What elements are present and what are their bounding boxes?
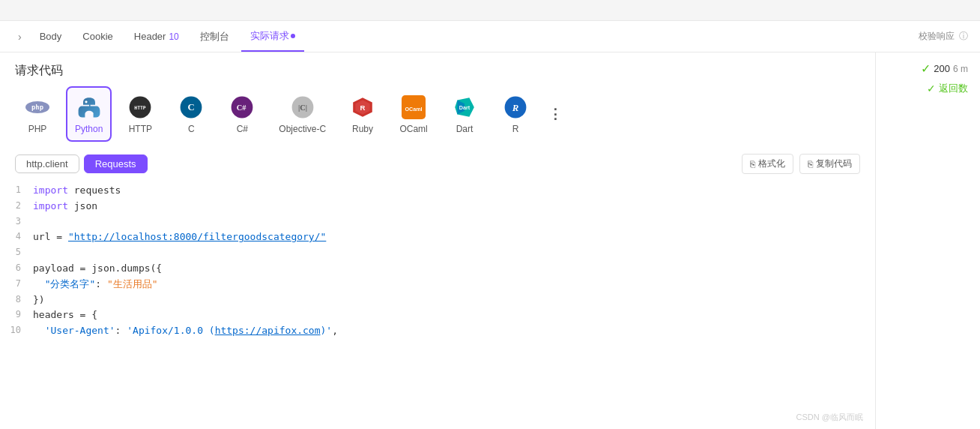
- lang-icons-row: php PHP: [0, 86, 875, 151]
- sub-tab-requests[interactable]: Requests: [84, 154, 148, 173]
- lang-dart[interactable]: Dart Dart: [442, 87, 487, 141]
- lang-r[interactable]: R R: [493, 87, 538, 141]
- code-area: 1 import requests 2 import json 3 4 url …: [0, 177, 875, 342]
- verify-label: 校验响应: [919, 30, 955, 43]
- code-line-5: 5: [6, 245, 875, 261]
- lang-ocaml[interactable]: OCaml OCaml: [391, 87, 436, 141]
- verify-help-icon: ⓘ: [959, 30, 968, 43]
- svg-text:R: R: [512, 103, 519, 113]
- lang-php[interactable]: php PHP: [15, 87, 60, 141]
- lang-ruby[interactable]: R Ruby: [340, 87, 385, 141]
- watermark: CSDN @临风而眠: [796, 412, 863, 423]
- tab-body[interactable]: Body: [31, 21, 71, 52]
- code-line-9: 9 headers = {: [6, 308, 875, 323]
- return-data-btn[interactable]: ✓ 返回数: [927, 82, 968, 95]
- format-button[interactable]: ⎘ 格式化: [742, 154, 793, 174]
- tab-header[interactable]: Header 10: [125, 21, 188, 52]
- svg-point-3: [91, 112, 93, 114]
- right-panel: ✓ 200 6 m ✓ 返回数: [875, 52, 980, 429]
- tab-actual[interactable]: 实际请求: [241, 21, 304, 52]
- code-line-8: 8 }): [6, 292, 875, 308]
- code-line-11: 11 'Content-Type': 'application/json',: [6, 339, 875, 342]
- status-ok-indicator: ✓ 200 6 m: [921, 62, 968, 76]
- more-languages-btn[interactable]: ⋮: [544, 106, 566, 122]
- svg-text:R: R: [360, 104, 366, 112]
- left-panel: 请求代码 php PHP: [0, 52, 875, 429]
- section-title: 请求代码: [0, 52, 875, 86]
- sub-tabs-toolbar: http.client Requests ⎘ 格式化 ⎘ 复制代码: [0, 151, 875, 177]
- code-line-4: 4 url = "http://localhost:8000/filtergoo…: [6, 230, 875, 245]
- tab-arrow[interactable]: ›: [12, 31, 28, 43]
- lang-csharp[interactable]: C# C#: [220, 87, 264, 141]
- svg-text:|C|: |C|: [298, 104, 307, 112]
- code-line-10: 10 'User-Agent': 'Apifox/1.0.0 (https://…: [6, 323, 875, 339]
- copy-code-button[interactable]: ⎘ 复制代码: [799, 154, 860, 174]
- svg-text:HTTP: HTTP: [135, 105, 147, 111]
- code-line-1: 1 import requests: [6, 183, 875, 199]
- lang-http[interactable]: HTTP HTTP: [118, 87, 163, 141]
- svg-text:Dart: Dart: [459, 104, 471, 111]
- svg-point-2: [85, 100, 87, 103]
- tab-cookie[interactable]: Cookie: [73, 21, 121, 52]
- tabs-row: › Body Cookie Header 10 控制台 实际请求 校验响应 ⓘ: [0, 21, 980, 52]
- sub-tab-httpclient[interactable]: http.client: [15, 154, 79, 173]
- lang-python[interactable]: Python: [66, 86, 112, 142]
- svg-text:php: php: [31, 104, 43, 111]
- code-line-6: 6 payload = json.dumps({: [6, 261, 875, 277]
- lang-objc[interactable]: |C| Objective-C: [270, 87, 334, 141]
- lang-c[interactable]: C C: [169, 87, 214, 141]
- code-line-3: 3: [6, 214, 875, 230]
- tab-console[interactable]: 控制台: [191, 21, 238, 52]
- svg-text:C: C: [188, 102, 195, 112]
- header-badge: 10: [169, 32, 178, 42]
- svg-text:C#: C#: [237, 104, 247, 112]
- active-dot: [291, 34, 295, 38]
- code-line-7: 7 "分类名字": "生活用品": [6, 277, 875, 292]
- code-line-2: 2 import json: [6, 199, 875, 214]
- main-content: 请求代码 php PHP: [0, 52, 980, 429]
- svg-text:OCaml: OCaml: [405, 106, 422, 112]
